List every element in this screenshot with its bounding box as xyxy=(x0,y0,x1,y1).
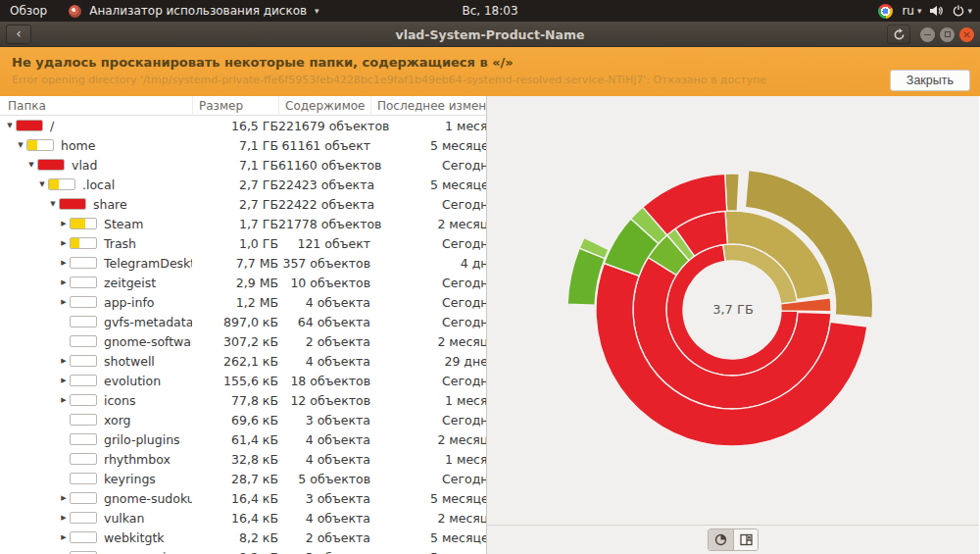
expander-icon[interactable]: ▼ xyxy=(25,161,37,169)
folder-name: icons xyxy=(104,393,135,408)
table-row[interactable]: ▼ vlad 7,1 ГБ 61160 объектов Сегодня xyxy=(0,155,486,175)
contents-cell: 4 объекта xyxy=(278,354,370,369)
expander-icon[interactable]: ▶ xyxy=(58,494,70,502)
column-header-folder[interactable]: Папка xyxy=(0,96,192,116)
table-row[interactable]: ▼ share 2,7 ГБ 22422 объекта Сегодня xyxy=(0,194,486,214)
folder-cell: ▶ vulkan xyxy=(0,511,192,526)
expander-icon[interactable]: ▶ xyxy=(58,533,70,541)
usage-level-chip xyxy=(70,257,97,269)
contents-cell: 12 объектов xyxy=(278,393,370,408)
usage-level-chip xyxy=(70,218,97,229)
refresh-button[interactable] xyxy=(887,25,910,44)
table-row[interactable]: ▶ vulkan 16,4 кБ 4 объекта 2 месяца xyxy=(0,508,486,528)
power-icon xyxy=(953,5,964,17)
close-button[interactable]: ✕ xyxy=(959,27,974,42)
table-row[interactable]: rhythmbox 32,8 кБ 4 объекта 1 месяц xyxy=(0,449,486,469)
chevron-down-icon: ▾ xyxy=(315,6,319,16)
table-row[interactable]: ▶ evolution 155,6 кБ 18 объектов Сегодня xyxy=(0,371,486,390)
expander-icon[interactable]: ▶ xyxy=(58,278,70,286)
column-header-size[interactable]: Размер xyxy=(192,96,278,116)
usage-level-chip xyxy=(70,453,97,465)
table-body: ▼ / 16,5 ГБ 221679 объектов 1 месяц ▼ ho… xyxy=(0,116,486,554)
column-header-contents[interactable]: Содержимое xyxy=(278,96,370,116)
warning-detail: Error opening directory '/tmp/systemd-pr… xyxy=(12,74,862,86)
table-row[interactable]: gnome-software 307,2 кБ 2 объекта 2 меся… xyxy=(0,331,486,351)
expander-icon[interactable]: ▼ xyxy=(4,122,16,129)
modified-cell: Сегодня xyxy=(370,158,486,173)
maximize-button[interactable] xyxy=(940,27,955,42)
expander-icon[interactable]: ▼ xyxy=(36,180,48,188)
activities-overview-button[interactable]: Обзор xyxy=(10,4,47,18)
contents-cell: 4 объекта xyxy=(278,295,370,310)
banner-close-button[interactable]: Закрыть xyxy=(890,70,970,91)
app-menu-button[interactable]: Анализатор использования дисков xyxy=(89,4,307,18)
size-cell: 69,6 кБ xyxy=(192,413,278,428)
usage-level-chip xyxy=(70,531,97,543)
folder-name: xorg xyxy=(104,413,131,428)
expander-icon[interactable]: ▶ xyxy=(58,239,70,247)
folder-cell: ▶ shotwell xyxy=(0,354,192,369)
volume-icon[interactable] xyxy=(930,5,944,17)
modified-cell: Сегодня xyxy=(370,374,486,388)
folder-cell: ▶ zeitgeist xyxy=(0,276,192,290)
table-row[interactable]: grilo-plugins 61,4 кБ 4 объекта 2 месяца xyxy=(0,429,486,449)
chevron-down-icon: ▾ xyxy=(917,6,922,16)
table-row[interactable]: ▶ webkitgtk 8,2 кБ 2 объекта 5 месяцев xyxy=(0,528,486,547)
clock[interactable]: Вс, 18:03 xyxy=(462,0,517,22)
expander-icon[interactable]: ▶ xyxy=(58,220,70,227)
keyboard-layout-indicator[interactable]: ru▾ xyxy=(902,4,921,18)
table-row[interactable]: ▶ app-info 1,2 МБ 4 объекта Сегодня xyxy=(0,292,486,312)
table-row[interactable]: ▶ Steam 1,7 ГБ 21778 объектов 2 месяца xyxy=(0,214,486,233)
usage-level-chip xyxy=(70,375,97,386)
column-header-modified[interactable]: Последнее изменение xyxy=(370,96,487,116)
usage-level-chip xyxy=(37,159,65,171)
chrome-icon[interactable] xyxy=(878,4,893,19)
app-header-bar: ‹ vlad-System-Product-Name ✕ xyxy=(0,22,980,47)
table-row[interactable]: ▶ icons 77,8 кБ 12 объектов 1 месяц xyxy=(0,390,486,410)
power-menu[interactable]: ▾ xyxy=(953,5,972,17)
expander-icon[interactable]: ▼ xyxy=(15,141,26,149)
rings-chart xyxy=(487,96,979,525)
expander-icon[interactable]: ▶ xyxy=(58,357,70,365)
modified-cell: Сегодня xyxy=(370,295,486,310)
modified-cell: 1 месяц xyxy=(370,119,486,133)
expander-icon[interactable]: ▶ xyxy=(58,298,70,306)
folder-cell: ▼ / xyxy=(0,119,192,133)
table-row[interactable]: ▼ .local 2,7 ГБ 22423 объекта 5 месяцев xyxy=(0,175,486,194)
size-cell: 8,2 кБ xyxy=(192,550,278,554)
folder-cell: ▶ TelegramDesktop xyxy=(0,256,192,271)
modified-cell: 2 месяца xyxy=(370,334,486,349)
expander-icon[interactable]: ▶ xyxy=(58,259,70,267)
folder-name: rhythmbox xyxy=(104,452,171,467)
table-row[interactable]: ▶ Trash 1,0 ГБ 121 объект Сегодня xyxy=(0,233,486,253)
folder-cell: ▼ home xyxy=(0,138,192,153)
contents-cell: 64 объекта xyxy=(278,315,370,329)
table-row[interactable]: ▶ zeitgeist 2,9 МБ 10 объектов Сегодня xyxy=(0,273,486,292)
contents-cell: 3 объекта xyxy=(278,550,370,554)
expander-icon[interactable]: ▶ xyxy=(58,396,70,404)
table-row[interactable]: ▼ home 7,1 ГБ 61161 объект 5 месяцев xyxy=(0,135,486,155)
table-row[interactable]: xorg 69,6 кБ 3 объекта Сегодня xyxy=(0,410,486,429)
rings-chart-view-button[interactable] xyxy=(709,529,733,550)
table-row[interactable]: keyrings 28,7 кБ 5 объектов Сегодня xyxy=(0,469,486,488)
folder-cell: ▼ vlad xyxy=(0,158,192,173)
expander-icon[interactable]: ▼ xyxy=(47,200,59,208)
expander-icon[interactable]: ▶ xyxy=(58,377,70,384)
treemap-chart-view-button[interactable] xyxy=(733,529,758,550)
table-row[interactable]: ▼ / 16,5 ГБ 221679 объектов 1 месяц xyxy=(0,116,486,135)
minimize-button[interactable] xyxy=(920,27,935,42)
back-button[interactable]: ‹ xyxy=(6,25,31,44)
expander-icon[interactable]: ▶ xyxy=(58,514,70,522)
table-row[interactable]: ▶ gnome-sudoku 16,4 кБ 3 объекта 5 месяц… xyxy=(0,488,486,508)
folder-cell: ▼ share xyxy=(0,197,192,212)
modified-cell: 2 месяца xyxy=(370,217,486,231)
modified-cell: Сегодня xyxy=(370,276,486,290)
table-row[interactable]: ▶ gnome-mines 8,2 кБ 3 объекта 5 месяцев xyxy=(0,547,486,554)
contents-cell: 221679 объектов xyxy=(278,119,370,133)
table-row[interactable]: ▶ shotwell 262,1 кБ 4 объекта 29 дней xyxy=(0,351,486,371)
table-row[interactable]: gvfs-metadata 897,0 кБ 64 объекта Сегодн… xyxy=(0,312,486,331)
table-row[interactable]: ▶ TelegramDesktop 7,7 МБ 357 объектов 4 … xyxy=(0,253,486,273)
usage-level-chip xyxy=(16,120,43,131)
size-cell: 8,2 кБ xyxy=(192,530,278,545)
usage-level-chip xyxy=(70,316,97,327)
